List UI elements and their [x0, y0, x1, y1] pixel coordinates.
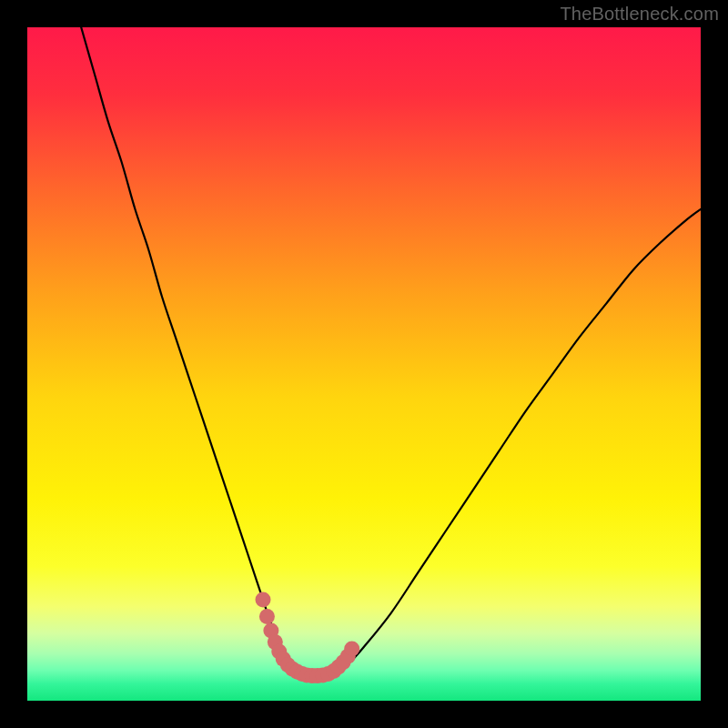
marker-dot — [344, 642, 359, 657]
plot-area — [27, 27, 701, 701]
chart-svg — [27, 27, 701, 701]
bottleneck-curve-line — [81, 27, 701, 677]
marker-dot — [256, 592, 271, 608]
chart-frame: TheBottleneck.com — [0, 0, 728, 728]
watermark-text: TheBottleneck.com — [560, 4, 719, 25]
optimal-zone-marker — [256, 592, 360, 684]
marker-dot — [259, 609, 275, 624]
